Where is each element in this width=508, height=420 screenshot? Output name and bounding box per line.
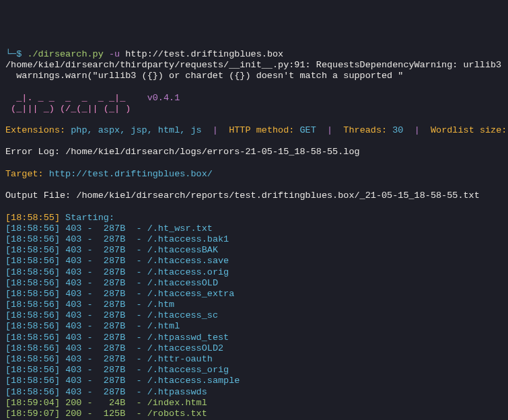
result-path: /.htaccessOLD2 [147, 343, 223, 353]
result-path: /.htaccess_sc [147, 310, 218, 320]
result-path: /.ht_wsr.txt [147, 223, 213, 234]
banner-line-1: _|. _ _ _ _ _ _|_ v0.4.1 [5, 93, 180, 103]
result-code: 403 [65, 310, 81, 320]
result-row: [18:58:56] 403 - 287B - /.htaccess_extra [5, 289, 234, 299]
result-row: [18:58:56] 403 - 287B - /.htaccess.save [5, 256, 229, 266]
result-ts: [18:58:56] [5, 278, 60, 288]
result-size: 287B [98, 321, 126, 331]
result-ts: [18:58:56] [5, 321, 60, 331]
target-label: Target: [5, 169, 49, 179]
result-row: [18:58:56] 403 - 287B - /.htaccess.orig [5, 267, 229, 277]
errorlog-label: Error Log: [5, 147, 65, 157]
result-row: [18:58:56] 403 - 287B - /.htpasswd_test [5, 332, 229, 343]
result-ts: [18:58:56] [5, 343, 60, 353]
result-ts: [18:59:07] [5, 409, 60, 419]
ext-label: Extensions: [5, 125, 71, 135]
result-ts: [18:58:56] [5, 354, 60, 364]
result-row: [18:59:04] 200 - 24B - /index.html [5, 398, 207, 408]
result-path: /.htaccess.save [147, 256, 229, 266]
start-ts: [18:58:55] [5, 213, 60, 223]
sep-3: | [403, 125, 431, 135]
result-code: 403 [65, 234, 81, 244]
result-path: /.htpasswds [147, 387, 207, 397]
errorlog-value: /home/kiel/dirsearch/logs/errors-21-05-1… [65, 147, 359, 157]
result-size: 287B [98, 289, 126, 299]
start-label: Starting: [60, 213, 114, 223]
sep-2: | [316, 125, 344, 135]
sep-1: | [202, 125, 229, 135]
result-path: /.htm [147, 300, 175, 310]
cmd-name: ./dirsearch.py [27, 49, 109, 59]
result-ts: [18:58:56] [5, 376, 60, 386]
result-size: 287B [98, 234, 126, 244]
prompt-line: └─$ ./dirsearch.py -u http://test.drifti… [5, 49, 283, 59]
result-size: 287B [98, 387, 126, 397]
result-path: /.htpasswd_test [147, 332, 229, 343]
result-size: 287B [98, 365, 126, 375]
result-ts: [18:58:56] [5, 234, 60, 244]
result-row: [18:58:56] 403 - 287B - /.html [5, 321, 180, 331]
ext-value: php, aspx, jsp, html, js [71, 125, 201, 135]
result-row: [18:58:56] 403 - 287B - /.htaccess.bak1 [5, 234, 229, 244]
result-size: 287B [98, 343, 126, 353]
result-size: 287B [98, 310, 126, 320]
result-path: /.html [147, 321, 180, 331]
result-code: 403 [65, 321, 81, 331]
result-row: [18:58:56] 403 - 287B - /.htm [5, 300, 174, 310]
target-line: Target: http://test.driftingblues.box/ [5, 169, 213, 179]
result-code: 403 [65, 387, 81, 397]
result-path: /.htaccess.bak1 [147, 234, 229, 244]
prompt-prefix: └─$ [5, 49, 27, 59]
result-path: /.htaccessOLD [147, 278, 218, 288]
result-row: [18:58:56] 403 - 287B - /.htpasswds [5, 387, 207, 397]
starting-line: [18:58:55] Starting: [5, 213, 114, 223]
method-label: HTTP method: [229, 125, 299, 135]
result-size: 287B [98, 267, 126, 277]
warning-line-2: warnings.warn("urllib3 ({}) or chardet (… [5, 71, 403, 81]
cmd-url: http://test.driftingblues.box [125, 49, 283, 59]
banner-version: v0.4.1 [147, 93, 180, 103]
result-size: 287B [98, 256, 126, 266]
result-row: [18:58:56] 403 - 287B - /.htaccessOLD2 [5, 343, 223, 353]
result-code: 403 [65, 256, 81, 266]
result-code: 403 [65, 223, 81, 234]
result-ts: [18:59:04] [5, 398, 60, 408]
threads-value: 30 [392, 125, 403, 135]
result-ts: [18:58:56] [5, 310, 60, 320]
result-size: 125B [98, 409, 126, 419]
result-code: 403 [65, 278, 81, 288]
result-ts: [18:58:56] [5, 387, 60, 397]
result-path: /.htaccess.orig [147, 267, 229, 277]
result-code: 403 [65, 300, 81, 310]
method-value: GET [300, 125, 316, 135]
result-ts: [18:58:56] [5, 365, 60, 375]
threads-label: Threads: [343, 125, 392, 135]
result-row: [18:58:56] 403 - 287B - /.htaccessBAK [5, 245, 218, 255]
result-path: /.htaccessBAK [147, 245, 218, 255]
result-row: [18:58:56] 403 - 287B - /.httr-oauth [5, 354, 213, 364]
result-row: [18:58:56] 403 - 287B - /.htaccessOLD [5, 278, 218, 288]
target-value: http://test.driftingblues.box/ [49, 169, 213, 179]
result-path: /.htaccess_extra [147, 289, 235, 299]
result-path: /index.html [147, 398, 207, 408]
banner-line-2: (_||| _) (/_(_|| (_| ) [5, 104, 147, 114]
result-code: 403 [65, 343, 81, 353]
result-code: 200 [65, 409, 81, 419]
result-size: 287B [98, 300, 126, 310]
terminal-output: └─$ ./dirsearch.py -u http://test.drifti… [5, 49, 503, 420]
result-list: [18:58:56] 403 - 287B - /.ht_wsr.txt [18… [5, 223, 503, 420]
result-path: /robots.txt [147, 409, 207, 419]
result-row: [18:59:07] 200 - 125B - /robots.txt [5, 409, 207, 419]
result-ts: [18:58:56] [5, 245, 60, 255]
result-size: 287B [98, 332, 126, 343]
result-code: 403 [65, 245, 81, 255]
errorlog-line: Error Log: /home/kiel/dirsearch/logs/err… [5, 147, 360, 157]
result-row: [18:58:56] 403 - 287B - /.ht_wsr.txt [5, 223, 213, 234]
result-row: [18:58:56] 403 - 287B - /.htaccess_orig [5, 365, 229, 375]
result-path: /.htaccess_orig [147, 365, 229, 375]
result-row: [18:58:56] 403 - 287B - /.htaccess.sampl… [5, 376, 240, 386]
output-line: Output File: /home/kiel/dirsearch/report… [5, 190, 480, 201]
result-path: /.htaccess.sample [147, 376, 240, 386]
result-size: 287B [98, 354, 126, 364]
warning-line-1: /home/kiel/dirsearch/thirdparty/requests… [5, 60, 508, 70]
